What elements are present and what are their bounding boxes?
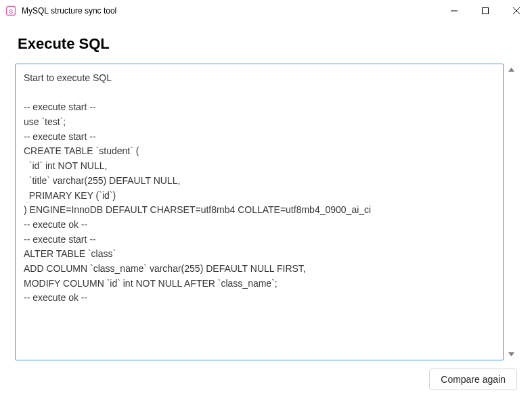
svg-rect-3 bbox=[483, 8, 489, 14]
page-title: Execute SQL bbox=[15, 35, 517, 53]
footer: Compare again bbox=[15, 360, 517, 390]
scroll-up-icon[interactable] bbox=[505, 64, 517, 76]
minimize-button[interactable] bbox=[439, 0, 470, 22]
svg-text:S: S bbox=[9, 8, 13, 15]
scroll-down-icon[interactable] bbox=[505, 348, 517, 360]
log-area: Start to execute SQL -- execute start --… bbox=[15, 64, 517, 360]
content-area: Execute SQL Start to execute SQL -- exec… bbox=[0, 22, 532, 401]
scrollbar-vertical[interactable] bbox=[505, 64, 517, 360]
window-title: MySQL structure sync tool bbox=[22, 6, 439, 16]
svg-marker-6 bbox=[508, 68, 514, 72]
close-button[interactable] bbox=[501, 0, 532, 22]
compare-again-button[interactable]: Compare again bbox=[429, 369, 517, 390]
titlebar: S MySQL structure sync tool bbox=[0, 0, 532, 22]
svg-marker-7 bbox=[508, 352, 514, 356]
maximize-button[interactable] bbox=[470, 0, 501, 22]
window-controls bbox=[439, 0, 532, 22]
sql-log-output[interactable]: Start to execute SQL -- execute start --… bbox=[15, 64, 504, 360]
app-icon: S bbox=[5, 5, 16, 16]
